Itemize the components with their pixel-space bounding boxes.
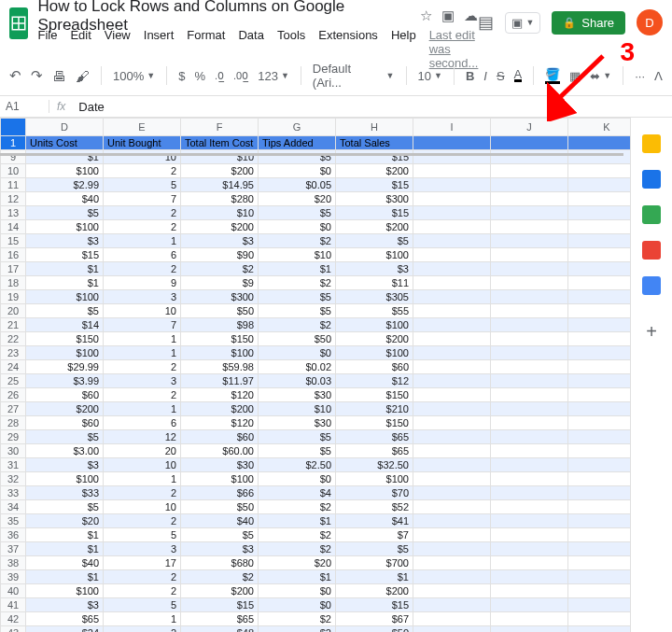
keep-icon[interactable] bbox=[642, 170, 661, 189]
cell[interactable]: 12 bbox=[104, 430, 181, 444]
cell[interactable] bbox=[568, 276, 631, 290]
cell[interactable] bbox=[413, 346, 491, 360]
header-cell[interactable] bbox=[491, 136, 568, 150]
cell[interactable] bbox=[568, 444, 631, 458]
row-header[interactable]: 36 bbox=[1, 528, 26, 542]
cell[interactable]: $300 bbox=[181, 290, 259, 304]
cell[interactable]: $0 bbox=[259, 220, 336, 234]
last-edit-link[interactable]: Last edit was second... bbox=[429, 28, 479, 70]
text-color-button[interactable]: A bbox=[514, 70, 523, 82]
cell[interactable]: $24 bbox=[26, 626, 104, 633]
row-header[interactable]: 26 bbox=[1, 388, 26, 402]
cell[interactable] bbox=[491, 556, 568, 570]
cell[interactable] bbox=[568, 430, 631, 444]
row-header[interactable]: 12 bbox=[1, 192, 26, 206]
cell[interactable]: $3 bbox=[26, 234, 104, 248]
font-size-select[interactable]: 10▼ bbox=[418, 69, 442, 83]
cell[interactable] bbox=[491, 416, 568, 430]
cell[interactable]: 10 bbox=[104, 304, 181, 318]
strike-button[interactable]: S bbox=[497, 69, 505, 83]
cell[interactable] bbox=[568, 206, 631, 220]
menu-insert[interactable]: Insert bbox=[144, 28, 175, 70]
cell[interactable] bbox=[491, 290, 568, 304]
cell[interactable] bbox=[568, 290, 631, 304]
percent-button[interactable]: % bbox=[194, 69, 205, 83]
cell[interactable]: $3 bbox=[26, 458, 104, 472]
cell[interactable] bbox=[413, 150, 491, 164]
cell[interactable] bbox=[491, 164, 568, 178]
row-header[interactable]: 40 bbox=[1, 584, 26, 598]
cell[interactable] bbox=[568, 584, 631, 598]
cell[interactable]: $2 bbox=[259, 612, 336, 626]
cell[interactable]: $98 bbox=[181, 318, 259, 332]
cell[interactable]: $48 bbox=[181, 626, 259, 633]
cell[interactable] bbox=[413, 612, 491, 626]
formula-input[interactable]: Date bbox=[73, 100, 104, 114]
cell[interactable] bbox=[568, 514, 631, 528]
cell[interactable] bbox=[491, 472, 568, 486]
row-header[interactable]: 9 bbox=[1, 150, 26, 164]
row-header[interactable]: 17 bbox=[1, 262, 26, 276]
cell[interactable]: $15 bbox=[26, 248, 104, 262]
row-header[interactable]: 43 bbox=[1, 626, 26, 633]
cell[interactable] bbox=[491, 584, 568, 598]
cell[interactable] bbox=[491, 150, 568, 164]
cell[interactable] bbox=[491, 598, 568, 612]
cell[interactable] bbox=[413, 206, 491, 220]
header-cell[interactable]: Units Cost bbox=[26, 136, 104, 150]
cell[interactable]: 2 bbox=[104, 220, 181, 234]
more-button[interactable]: ··· bbox=[635, 69, 645, 83]
cell[interactable]: $200 bbox=[336, 584, 413, 598]
cell[interactable]: $5 bbox=[26, 430, 104, 444]
cell[interactable] bbox=[413, 220, 491, 234]
calendar-icon[interactable] bbox=[642, 134, 661, 153]
cell[interactable]: $3 bbox=[181, 234, 259, 248]
maps-icon[interactable] bbox=[642, 276, 661, 295]
cell[interactable]: $15 bbox=[336, 206, 413, 220]
cell[interactable]: $60 bbox=[26, 388, 104, 402]
cell[interactable]: $210 bbox=[336, 402, 413, 416]
row-header[interactable]: 42 bbox=[1, 612, 26, 626]
cell[interactable] bbox=[491, 388, 568, 402]
cell[interactable] bbox=[568, 150, 631, 164]
cell[interactable]: $1 bbox=[259, 514, 336, 528]
row-header[interactable]: 15 bbox=[1, 234, 26, 248]
cell[interactable]: $5 bbox=[259, 444, 336, 458]
cell[interactable]: $0.05 bbox=[259, 178, 336, 192]
spreadsheet-grid[interactable]: DEFGHIJKL1Units CostUnit BoughtTotal Ite… bbox=[0, 118, 630, 632]
cell[interactable]: $70 bbox=[336, 486, 413, 500]
cell[interactable] bbox=[491, 444, 568, 458]
cell[interactable]: $65 bbox=[181, 612, 259, 626]
cell[interactable]: $10 bbox=[181, 206, 259, 220]
cell[interactable]: $200 bbox=[181, 584, 259, 598]
header-cell[interactable]: Total Sales bbox=[336, 136, 413, 150]
row-header[interactable]: 33 bbox=[1, 486, 26, 500]
cell[interactable]: $33 bbox=[26, 486, 104, 500]
cell[interactable]: $5 bbox=[26, 304, 104, 318]
cell[interactable]: $1 bbox=[26, 570, 104, 584]
cell[interactable]: $5 bbox=[259, 290, 336, 304]
cell[interactable]: $67 bbox=[336, 612, 413, 626]
cell[interactable]: $15 bbox=[181, 598, 259, 612]
cell[interactable]: $59.98 bbox=[181, 360, 259, 374]
col-header-J[interactable]: J bbox=[491, 119, 568, 136]
cell[interactable] bbox=[413, 416, 491, 430]
cell[interactable] bbox=[568, 402, 631, 416]
cell[interactable]: $65 bbox=[26, 612, 104, 626]
cloud-icon[interactable]: ☁ bbox=[464, 7, 478, 24]
row-header[interactable]: 16 bbox=[1, 248, 26, 262]
cell[interactable]: $60 bbox=[26, 416, 104, 430]
cell[interactable] bbox=[491, 304, 568, 318]
cell[interactable] bbox=[491, 542, 568, 556]
row-header[interactable]: 37 bbox=[1, 542, 26, 556]
row-header[interactable]: 19 bbox=[1, 290, 26, 304]
present-button[interactable]: ▣▼ bbox=[505, 12, 540, 34]
star-icon[interactable]: ☆ bbox=[420, 7, 432, 24]
row-header[interactable]: 29 bbox=[1, 430, 26, 444]
cell[interactable] bbox=[413, 472, 491, 486]
cell[interactable]: $1 bbox=[259, 570, 336, 584]
cell[interactable]: $100 bbox=[336, 346, 413, 360]
cell[interactable]: $0 bbox=[259, 472, 336, 486]
col-header-D[interactable]: D bbox=[26, 119, 104, 136]
cell[interactable]: 2 bbox=[104, 262, 181, 276]
